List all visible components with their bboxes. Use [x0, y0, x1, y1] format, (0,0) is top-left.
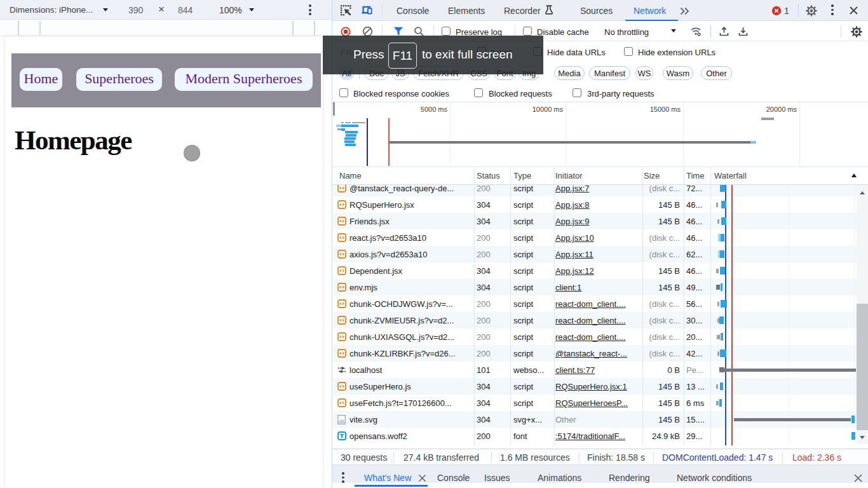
filter-pill-media[interactable]: Media — [554, 66, 585, 80]
filter-pill-wasm[interactable]: Wasm — [663, 66, 693, 80]
table-scrollbar[interactable] — [857, 185, 868, 444]
scrollbar-thumb[interactable] — [857, 304, 868, 430]
tab-sources[interactable]: Sources — [580, 6, 613, 16]
column-header-name[interactable]: Name — [339, 171, 362, 180]
request-row[interactable]: chunk-OCHDJWGW.js?v=...200scriptreact-do… — [333, 295, 857, 312]
request-row[interactable]: @tanstack_react-query-de...200scriptApp.… — [333, 185, 857, 196]
request-size: 0 B — [613, 365, 680, 375]
column-header-size[interactable]: Size — [644, 171, 660, 180]
blocked-cookies-checkbox[interactable] — [339, 88, 348, 97]
device-width-field[interactable]: 390 — [128, 5, 143, 15]
tab-console[interactable]: Console — [397, 6, 429, 16]
third-party-checkbox[interactable] — [573, 88, 581, 97]
scrollbar-up-icon[interactable] — [860, 191, 865, 194]
scrollbar-down-icon[interactable] — [860, 436, 865, 439]
request-row[interactable]: vite.svg304svg+x...Other145 B15.... — [333, 411, 857, 428]
filter-pill-other[interactable]: Other — [701, 66, 732, 80]
network-settings-gear-icon[interactable] — [851, 26, 862, 37]
nav-link-home[interactable]: Home — [20, 68, 62, 91]
drawer-kebab-icon[interactable] — [339, 470, 348, 484]
more-tabs-icon[interactable] — [680, 6, 690, 16]
request-row[interactable]: chunk-UXIASGQL.js?v=d2...200scriptreact-… — [333, 329, 857, 345]
request-row[interactable]: axios.js?v=d2653a10200scriptApp.jsx:11(d… — [333, 246, 857, 262]
request-row[interactable]: opensans.woff2200font:5174/traditionalF.… — [333, 428, 857, 444]
request-row[interactable]: env.mjs304scriptclient:1145 B49... — [333, 279, 857, 295]
request-name: Friends.jsx — [349, 217, 473, 226]
waterfall-bar — [720, 250, 724, 258]
filter-pill-manifest[interactable]: Manifest — [589, 66, 630, 80]
device-canvas: HomeSuperheroesModern Superheroes Homepa… — [0, 36, 332, 488]
import-har-icon[interactable] — [719, 26, 729, 37]
devtools-kebab-icon[interactable] — [828, 3, 837, 18]
font-file-icon — [337, 431, 346, 443]
settings-gear-icon[interactable] — [806, 5, 817, 17]
overview-bar — [346, 134, 356, 137]
blocked-requests-checkbox[interactable] — [474, 88, 483, 97]
overview-bar — [344, 140, 355, 143]
column-header-type[interactable]: Type — [513, 171, 531, 180]
preserve-log-checkbox[interactable] — [442, 27, 451, 36]
request-status: 200 — [477, 299, 491, 309]
zoom-select[interactable]: 100% — [219, 5, 242, 15]
disable-cache-label[interactable]: Disable cache — [537, 27, 589, 37]
overview-bar — [336, 125, 341, 127]
nav-link-superheroes[interactable]: Superheroes — [76, 68, 162, 91]
whats-new-close-icon[interactable] — [418, 474, 426, 482]
overview-bar — [388, 141, 750, 144]
filter-pill-ws[interactable]: WS — [635, 66, 653, 80]
tab-recorder[interactable]: Recorder — [504, 6, 541, 16]
request-row[interactable]: localhost101webso...client.ts:770 BPe... — [333, 362, 857, 378]
drawer-tab-animations[interactable]: Animations — [538, 473, 581, 483]
throttling-select[interactable]: No throttling — [604, 27, 649, 37]
device-height-field[interactable]: 844 — [178, 5, 193, 15]
dimensions-select[interactable]: Dimensions: iPhone... — [10, 5, 93, 15]
inspect-icon[interactable] — [339, 4, 352, 17]
hide-extension-urls-label[interactable]: Hide extension URLs — [638, 48, 715, 57]
request-type: script — [513, 217, 553, 226]
hide-extension-urls-checkbox[interactable] — [624, 47, 633, 56]
request-row[interactable]: useFetch.js?t=170126600...304scriptRQSup… — [333, 395, 857, 411]
request-time: 46... — [686, 266, 724, 276]
device-toolbar-kebab-icon[interactable] — [306, 3, 315, 18]
blocked-requests-label[interactable]: Blocked requests — [489, 89, 552, 98]
devtools-close-icon[interactable] — [849, 6, 858, 15]
column-header-initiator[interactable]: Initiator — [555, 171, 583, 180]
request-status: 304 — [477, 398, 491, 408]
request-row[interactable]: chunk-ZVMIEU5R.js?v=d2...200scriptreact-… — [333, 312, 857, 329]
page-heading: Homepage — [15, 125, 132, 156]
column-header-waterfall[interactable]: Waterfall — [714, 171, 747, 180]
request-size: (disk c... — [613, 250, 680, 259]
timeline-gridline — [566, 102, 566, 167]
disable-cache-checkbox[interactable] — [523, 27, 532, 36]
request-row[interactable]: Friends.jsx304scriptApp.jsx:9145 B46... — [333, 213, 857, 229]
request-row[interactable]: RQSuperHero.jsx304scriptApp.jsx:8145 B46… — [333, 196, 857, 213]
third-party-label[interactable]: 3rd-party requests — [587, 89, 654, 98]
drawer-tab-issues[interactable]: Issues — [484, 473, 510, 483]
waterfall-bar — [719, 367, 724, 372]
tab-network[interactable]: Network — [634, 6, 666, 16]
request-row[interactable]: react.js?v=d2653a10200scriptApp.jsx:10(d… — [333, 229, 857, 246]
column-header-status[interactable]: Status — [477, 171, 500, 180]
drawer-tab-what-s-new[interactable]: What's New — [364, 473, 411, 483]
blocked-cookies-label[interactable]: Blocked response cookies — [353, 89, 449, 98]
drawer-tab-network-conditions[interactable]: Network conditions — [677, 473, 752, 483]
request-type: script — [513, 382, 553, 391]
request-row[interactable]: useSuperHero.js304scriptRQSuperHero.jsx:… — [333, 378, 857, 395]
drawer-close-icon[interactable] — [853, 473, 863, 483]
drawer-tab-rendering[interactable]: Rendering — [609, 473, 650, 483]
network-overview[interactable]: 5000 ms10000 ms15000 ms20000 ms — [332, 102, 868, 167]
tab-elements[interactable]: Elements — [448, 6, 485, 16]
export-har-icon[interactable] — [738, 26, 749, 37]
hide-data-urls-label[interactable]: Hide data URLs — [547, 48, 606, 57]
nav-link-modern-superheroes[interactable]: Modern Superheroes — [175, 68, 313, 91]
filter-icon[interactable] — [393, 27, 403, 36]
drawer-tab-console[interactable]: Console — [437, 473, 470, 483]
request-row[interactable]: chunk-KZLIRBKF.js?v=d26...200script@tans… — [333, 345, 857, 362]
error-badge-icon[interactable] — [771, 6, 782, 16]
request-status: 304 — [477, 200, 491, 210]
network-conditions-icon[interactable] — [690, 26, 702, 37]
request-name: chunk-UXIASGQL.js?v=d2... — [349, 332, 473, 342]
column-header-time[interactable]: Time — [686, 171, 704, 180]
request-row[interactable]: Dependent.jsx304scriptApp.jsx:12145 B46.… — [333, 262, 857, 279]
device-toolbar-icon[interactable] — [361, 4, 373, 17]
